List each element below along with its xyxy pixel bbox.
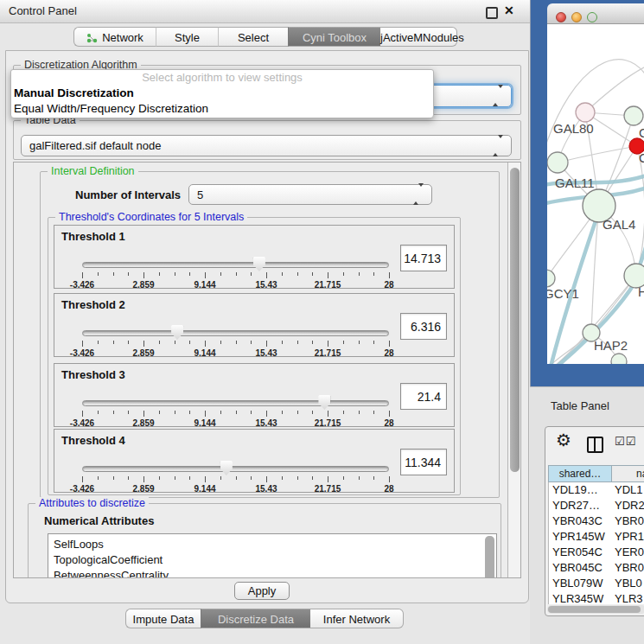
table-row[interactable]: YBL079WYBL0 <box>549 576 644 591</box>
node-label: GA <box>639 125 644 140</box>
table-row[interactable]: YLR345WYLR3 <box>549 591 644 604</box>
slider-track[interactable] <box>82 262 389 268</box>
horizontal-scrollbar[interactable] <box>547 605 644 614</box>
threshold-1-slider[interactable]: -3.4262.8599.14415.4321.71528 <box>82 255 389 284</box>
tick-label: 21.715 <box>315 484 341 494</box>
slider-track[interactable] <box>82 466 389 472</box>
node-bottom[interactable] <box>611 354 627 364</box>
network-window-titlebar[interactable] <box>547 3 644 24</box>
tab-style[interactable]: Style <box>156 27 218 47</box>
popup-option-manual[interactable]: Manual Discretization <box>11 86 433 101</box>
column-header-shared-name[interactable]: shared… <box>548 465 612 482</box>
tab-select[interactable]: Select <box>218 27 288 47</box>
attribute-list-item[interactable]: TopologicalCoefficient <box>54 552 496 568</box>
tick-mark <box>159 476 160 480</box>
slider-track[interactable] <box>82 330 389 336</box>
tick-mark <box>343 411 344 414</box>
scrollbar-thumb[interactable] <box>548 606 641 613</box>
tab-infer-network[interactable]: Infer Network <box>310 609 404 628</box>
slider-thumb[interactable] <box>220 461 233 475</box>
tab-cyni-toolbox[interactable]: Cyni Toolbox <box>288 27 380 47</box>
node-gal11[interactable] <box>547 152 568 173</box>
tick-mark <box>312 411 313 414</box>
threshold-value-field[interactable]: 11.344 <box>400 449 447 475</box>
close-traffic-light-icon[interactable] <box>556 12 566 22</box>
threshold-2-slider[interactable]: -3.4262.8599.14415.4321.71528 <box>82 323 389 353</box>
tick-mark <box>128 411 129 414</box>
table-row[interactable]: YDR27…YDR2 <box>549 498 644 513</box>
network-window[interactable]: GAL80 GA GAL11 GAL4 GCY1 H HAP2 C <box>547 3 644 364</box>
threshold-value-field[interactable]: 21.4 <box>400 383 447 410</box>
vertical-scrollbar[interactable] <box>507 163 521 577</box>
spinner-arrows-icon <box>413 187 424 202</box>
threshold-value-field[interactable]: 14.713 <box>400 245 447 271</box>
popup-option-equal-width[interactable]: Equal Width/Frequency Discretization <box>11 101 433 117</box>
network-canvas[interactable]: GAL80 GA GAL11 GAL4 GCY1 H HAP2 C <box>547 24 644 364</box>
table-row[interactable]: YER054CYER0 <box>549 545 644 560</box>
node-top-right[interactable] <box>624 106 643 125</box>
attributes-list[interactable]: SelfLoopsTopologicalCoefficientBetweenne… <box>48 533 497 578</box>
minimize-traffic-light-icon[interactable] <box>571 12 582 22</box>
tick-mark <box>205 341 206 347</box>
table-data-select[interactable]: galFiltered.sif default node <box>21 135 512 156</box>
number-of-intervals-label: Number of Intervals <box>75 188 181 201</box>
node-label: C <box>639 150 644 165</box>
tick-label: 28 <box>384 484 393 494</box>
tick-label: 28 <box>384 418 393 428</box>
table-row[interactable]: YBR043CYBR0 <box>549 513 644 529</box>
table-rows: YDL19…YDL1YDR27…YDR2YBR043CYBR0YPR145WYP… <box>548 482 644 604</box>
tick-mark <box>373 341 374 344</box>
tick-mark <box>282 341 283 344</box>
float-window-icon[interactable] <box>486 7 498 19</box>
tab-label: Cyni Toolbox <box>303 31 367 44</box>
tick-mark <box>328 476 328 482</box>
tab-jactivemnodules[interactable]: jActiveMNodules <box>380 27 457 47</box>
tick-mark <box>113 411 114 414</box>
node-table: ⚙ ☑☑ shared… na YDL19…YDL1YDR27…YDR2YBR0… <box>545 426 644 616</box>
attribute-list-item[interactable]: SelfLoops <box>54 537 496 552</box>
list-scrollbar-thumb[interactable] <box>485 536 494 578</box>
table-cell: YLR3 <box>615 591 643 604</box>
tab-label: Infer Network <box>323 613 390 626</box>
threshold-panel-1: Threshold 1 -3.4262.8599.14415.4321.7152… <box>54 225 455 289</box>
slider-track[interactable] <box>82 400 389 406</box>
tick-mark <box>312 341 313 344</box>
close-icon[interactable]: ✕ <box>504 3 514 17</box>
tab-impute-data[interactable]: Impute Data <box>125 609 201 628</box>
table-row[interactable]: YDL19…YDL1 <box>549 482 644 498</box>
tick-mark <box>236 411 237 414</box>
zoom-traffic-light-icon[interactable] <box>587 12 597 22</box>
columns-icon[interactable] <box>587 437 603 453</box>
slider-thumb[interactable] <box>253 257 265 271</box>
threshold-label: Threshold 3 <box>61 368 125 381</box>
scrollbar-thumb[interactable] <box>510 168 520 472</box>
node-gcy1[interactable] <box>547 270 555 287</box>
table-cell: YPR1 <box>615 529 644 545</box>
column-header-name[interactable]: na <box>612 465 644 482</box>
tick-label: 21.715 <box>315 348 341 358</box>
threshold-4-slider[interactable]: -3.4262.8599.14415.4321.71528 <box>82 459 389 488</box>
tick-mark <box>251 476 252 480</box>
tab-label: Network <box>102 31 143 44</box>
attribute-list-item[interactable]: BetweennessCentrality <box>54 568 496 578</box>
threshold-value-field[interactable]: 6.316 <box>400 313 447 340</box>
table-row[interactable]: YBR045CYBR0 <box>549 560 644 576</box>
node-gal80[interactable] <box>576 103 595 122</box>
checkbox-icons[interactable]: ☑☑ <box>615 435 636 448</box>
slider-thumb[interactable] <box>171 325 183 340</box>
screen: Control Panel ✕ Network Style Select Cyn… <box>0 0 644 644</box>
tab-discretize-data[interactable]: Discretize Data <box>201 609 310 628</box>
algorithm-popup: Select algorithm to view settings Manual… <box>10 69 434 118</box>
table-cell: YDL1 <box>615 482 643 498</box>
apply-button[interactable]: Apply <box>234 582 290 600</box>
tick-label: -3.426 <box>70 484 94 494</box>
list-scrollbar[interactable] <box>485 536 494 578</box>
tick-mark <box>143 411 144 417</box>
gear-icon[interactable]: ⚙ <box>556 430 571 450</box>
threshold-3-slider[interactable]: -3.4262.8599.14415.4321.71528 <box>82 393 389 423</box>
slider-thumb[interactable] <box>318 395 330 410</box>
table-row[interactable]: YPR145WYPR1 <box>549 529 644 545</box>
threshold-label: Threshold 1 <box>61 230 125 243</box>
number-of-intervals-select[interactable]: 5 <box>188 184 432 205</box>
tab-network[interactable]: Network <box>73 27 156 47</box>
